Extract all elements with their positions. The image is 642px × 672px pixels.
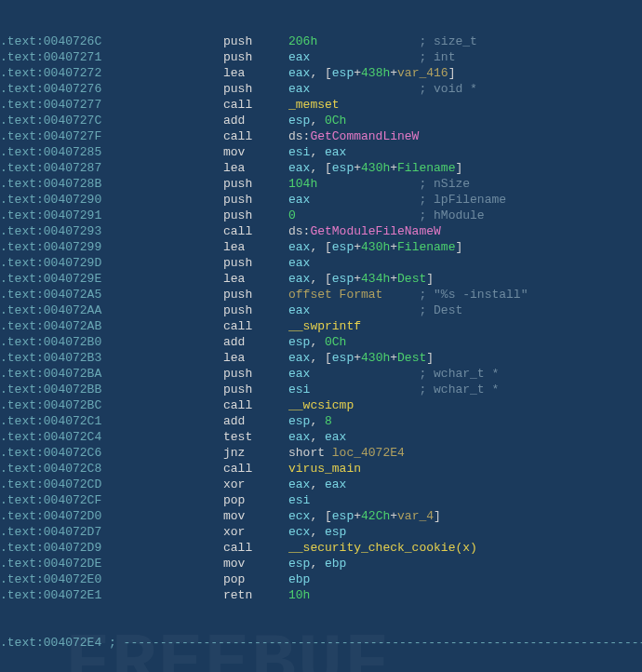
mnemonic: call — [223, 128, 288, 144]
asm-line[interactable]: .text:00407277call_memset — [0, 97, 642, 113]
operands: esi ; wchar_t * — [288, 382, 642, 397]
address: .text:004072B3 — [0, 350, 223, 366]
asm-line[interactable]: .text:004072C4testeax, eax — [0, 429, 642, 445]
mnemonic: add — [223, 413, 288, 429]
operands: eax, [esp+430h+Filename] — [288, 160, 642, 176]
address: .text:004072A5 — [0, 287, 223, 302]
operands: eax, [esp+434h+Dest] — [288, 271, 642, 287]
asm-line[interactable]: .text:004072D7xorecx, esp — [0, 524, 642, 540]
operands: esp, 0Ch — [288, 113, 642, 128]
asm-line[interactable]: .text:0040729Eleaeax, [esp+434h+Dest] — [0, 271, 642, 287]
address: .text:004072D9 — [0, 540, 223, 556]
asm-line[interactable]: .text:00407276pusheax ; void * — [0, 81, 642, 97]
asm-line[interactable]: .text:00407272leaeax, [esp+438h+var_416] — [0, 65, 642, 81]
address: .text:00407299 — [0, 239, 223, 255]
asm-line[interactable]: .text:004072BBpushesi ; wchar_t * — [0, 382, 642, 397]
asm-line[interactable]: .text:004072CDxoreax, eax — [0, 477, 642, 492]
asm-line[interactable]: .text:004072C1addesp, 8 — [0, 413, 642, 429]
comment: ; int — [419, 50, 455, 64]
address: .text:004072D0 — [0, 508, 223, 524]
comment: ; wchar_t * — [419, 383, 499, 396]
asm-line[interactable]: .text:004072E0popebp — [0, 571, 642, 587]
asm-line[interactable]: .text:0040727Caddesp, 0Ch — [0, 113, 642, 128]
operands: ds:GetCommandLineW — [288, 128, 642, 144]
operands: 0 ; hModule — [288, 208, 642, 223]
operands: __swprintf — [288, 318, 642, 334]
asm-line[interactable]: .text:00407285movesi, eax — [0, 144, 642, 160]
operands: eax, [esp+438h+var_416] — [288, 65, 642, 81]
disassembly-listing[interactable]: .text:0040726Cpush206h ; size_t.text:004… — [0, 0, 642, 672]
asm-line[interactable]: .text:00407290pusheax ; lpFilename — [0, 192, 642, 208]
comment: ; "%s -install" — [419, 288, 528, 302]
mnemonic: push — [223, 382, 288, 397]
comment: ; lpFilename — [419, 193, 506, 207]
operands: ds:GetModuleFileNameW — [288, 223, 642, 239]
operands: ecx, [esp+42Ch+var_4] — [288, 508, 642, 524]
mnemonic: push — [223, 34, 288, 49]
asm-line[interactable]: .text:004072D0movecx, [esp+42Ch+var_4] — [0, 508, 642, 524]
operands: 10h — [288, 587, 642, 603]
asm-line[interactable]: .text:004072A5pushoffset Format ; "%s -i… — [0, 287, 642, 302]
address: .text:004072E0 — [0, 571, 223, 587]
mnemonic: push — [223, 192, 288, 208]
asm-line[interactable]: .text:004072B0addesp, 0Ch — [0, 334, 642, 350]
asm-line[interactable]: .text:004072DEmovesp, ebp — [0, 556, 642, 571]
asm-line[interactable]: .text:004072AApusheax ; Dest — [0, 302, 642, 318]
operands: esi, eax — [288, 144, 642, 160]
operands: eax, eax — [288, 477, 642, 492]
address: .text:004072DE — [0, 556, 223, 571]
address: .text:0040727C — [0, 113, 223, 128]
operands: __security_check_cookie(x) — [288, 540, 642, 556]
address: .text:00407291 — [0, 208, 223, 223]
address: .text:004072CD — [0, 477, 223, 492]
operands: ebp — [288, 571, 642, 587]
comment: ; size_t — [419, 34, 476, 48]
mnemonic: xor — [223, 524, 288, 540]
comment: ; wchar_t * — [419, 367, 499, 381]
operands: short loc_4072E4 — [288, 445, 642, 461]
mnemonic: test — [223, 429, 288, 445]
asm-line[interactable]: .text:0040729Dpusheax — [0, 255, 642, 271]
asm-line[interactable]: .text:0040727Fcallds:GetCommandLineW — [0, 128, 642, 144]
address: .text:0040729E — [0, 271, 223, 287]
asm-line[interactable]: .text:004072C6jnzshort loc_4072E4 — [0, 445, 642, 461]
separator-line: .text:004072E4 ; -----------------------… — [0, 635, 642, 651]
operands: eax ; Dest — [288, 302, 642, 318]
operands: ecx, esp — [288, 524, 642, 540]
address: .text:00407277 — [0, 97, 223, 113]
mnemonic: lea — [223, 239, 288, 255]
mnemonic: mov — [223, 508, 288, 524]
mnemonic: call — [223, 461, 288, 477]
asm-line[interactable]: .text:004072D9call__security_check_cooki… — [0, 540, 642, 556]
operands: esi — [288, 492, 642, 508]
operands: esp, 0Ch — [288, 334, 642, 350]
asm-line[interactable]: .text:004072CFpopesi — [0, 492, 642, 508]
mnemonic: lea — [223, 350, 288, 366]
operands: esp, ebp — [288, 556, 642, 571]
asm-line[interactable]: .text:00407293callds:GetModuleFileNameW — [0, 223, 642, 239]
address: .text:004072C6 — [0, 445, 223, 461]
mnemonic: push — [223, 255, 288, 271]
asm-line[interactable]: .text:00407299leaeax, [esp+430h+Filename… — [0, 239, 642, 255]
asm-line[interactable]: .text:0040728Bpush104h ; nSize — [0, 176, 642, 192]
asm-line[interactable]: .text:00407271pusheax ; int — [0, 49, 642, 65]
asm-line[interactable]: .text:0040726Cpush206h ; size_t — [0, 34, 642, 49]
mnemonic: call — [223, 223, 288, 239]
asm-line[interactable]: .text:004072BCcall__wcsicmp — [0, 397, 642, 413]
comment: ; nSize — [419, 177, 470, 191]
address: .text:00407293 — [0, 223, 223, 239]
asm-line[interactable]: .text:004072E1retn10h — [0, 587, 642, 603]
asm-line[interactable]: .text:004072B3leaeax, [esp+430h+Dest] — [0, 350, 642, 366]
operands: 206h ; size_t — [288, 34, 642, 49]
asm-line[interactable]: .text:004072BApusheax ; wchar_t * — [0, 366, 642, 382]
asm-line[interactable]: .text:00407287leaeax, [esp+430h+Filename… — [0, 160, 642, 176]
address: .text:0040727F — [0, 128, 223, 144]
mnemonic: add — [223, 334, 288, 350]
mnemonic: push — [223, 176, 288, 192]
asm-line[interactable]: .text:004072ABcall__swprintf — [0, 318, 642, 334]
asm-line[interactable]: .text:00407291push0 ; hModule — [0, 208, 642, 223]
operands: eax ; wchar_t * — [288, 366, 642, 382]
operands: eax ; int — [288, 49, 642, 65]
address: .text:004072BA — [0, 366, 223, 382]
asm-line[interactable]: .text:004072C8callvirus_main — [0, 461, 642, 477]
